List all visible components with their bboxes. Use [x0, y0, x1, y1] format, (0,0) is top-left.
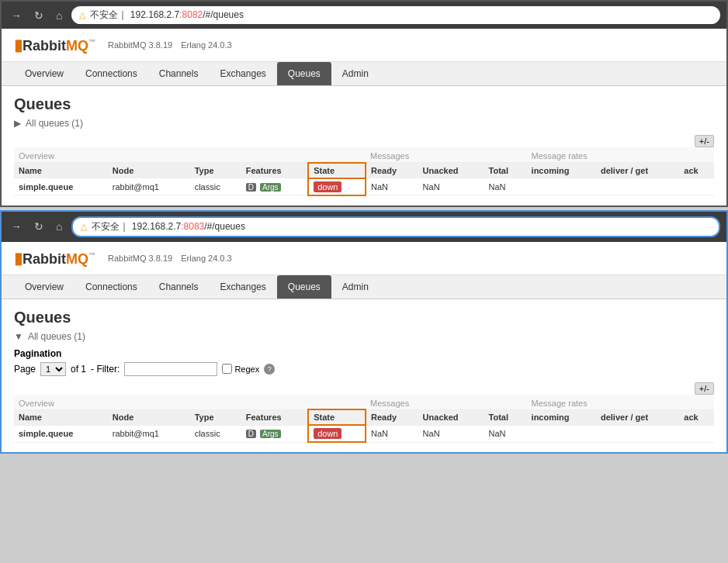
- queue-state-1-1: down: [308, 178, 366, 195]
- home-button-2[interactable]: ⌂: [53, 219, 65, 234]
- nav-overview-2[interactable]: Overview: [14, 275, 75, 299]
- refresh-button-1[interactable]: ↻: [31, 8, 47, 23]
- filter-label: - Filter:: [91, 364, 120, 375]
- regex-checkbox[interactable]: [222, 364, 232, 374]
- nav-queues-1[interactable]: Queues: [277, 62, 331, 85]
- queue-features-1-1: D Args: [241, 178, 308, 195]
- all-queues-link-2[interactable]: All queues (1): [28, 331, 85, 342]
- logo-2: ▮RabbitMQ™: [14, 248, 95, 268]
- section-header-2: ▼ All queues (1): [14, 331, 714, 342]
- msgrates-section-2: Message rates: [527, 395, 714, 410]
- col-node-2: Node: [108, 409, 190, 425]
- back-button-2[interactable]: →: [8, 219, 25, 234]
- nav-bar-1: Overview Connections Channels Exchanges …: [2, 62, 726, 86]
- state-badge-1-1: down: [314, 181, 341, 192]
- regex-text: Regex: [234, 364, 259, 374]
- all-queues-link-1[interactable]: All queues (1): [26, 118, 83, 129]
- section-header-1: ▶ All queues (1): [14, 118, 714, 129]
- badge-args-1-1: Args: [260, 183, 281, 192]
- col-ack-1: ack: [679, 163, 714, 178]
- col-total-2: Total: [484, 409, 527, 425]
- content-1: Queues ▶ All queues (1) +/- Overview Mes…: [2, 86, 726, 206]
- table-row-1-1: simple.queue rabbit@mq1 classic D Args d…: [14, 178, 714, 195]
- browser-chrome-1: → ↻ ⌂ △ 不安全｜ 192.168.2.7:8082/#/queues: [2, 2, 726, 29]
- queue-unacked-1-1: NaN: [418, 178, 484, 195]
- queue-incoming-1-1: [527, 178, 596, 195]
- nav-overview-1[interactable]: Overview: [14, 62, 75, 85]
- section-row-2: Overview Messages Message rates: [14, 395, 714, 410]
- address-text-1: 不安全｜ 192.168.2.7:8082/#/queues: [90, 9, 243, 22]
- queue-ack-2-1: [679, 425, 714, 442]
- overview-section-1: Overview: [14, 147, 308, 163]
- filter-input[interactable]: [124, 362, 217, 376]
- nav-bar-2: Overview Connections Channels Exchanges …: [2, 275, 726, 299]
- address-bar-2[interactable]: △ 不安全｜ 192.168.2.7:8083/#/queues: [71, 216, 720, 237]
- app-header-2: ▮RabbitMQ™ RabbitMQ 3.8.19 Erlang 24.0.3: [2, 242, 726, 275]
- plus-minus-btn-1[interactable]: +/-: [695, 135, 714, 147]
- pagination-controls: Page 1 of 1 - Filter: Regex ?: [14, 362, 714, 376]
- queue-type-1-1: classic: [190, 178, 241, 195]
- browser-chrome-2: → ↻ ⌂ △ 不安全｜ 192.168.2.7:8083/#/queues: [2, 212, 726, 242]
- col-ready-1: Ready: [366, 163, 418, 178]
- erlang-version-1: Erlang 24.0.3: [181, 40, 231, 50]
- logo-tm-1: ™: [88, 38, 95, 46]
- logo-mq-text-2: MQ: [66, 251, 88, 267]
- nav-admin-1[interactable]: Admin: [331, 62, 380, 85]
- page-title-2: Queues: [14, 309, 714, 326]
- header-row-1: Name Node Type Features State Ready Unac…: [14, 163, 714, 178]
- warning-icon-2: △: [81, 222, 87, 232]
- address-bar-1[interactable]: △ 不安全｜ 192.168.2.7:8082/#/queues: [71, 6, 720, 24]
- rabbitmq-version-1: RabbitMQ 3.8.19: [108, 40, 172, 50]
- browser-window-2: → ↻ ⌂ △ 不安全｜ 192.168.2.7:8083/#/queues ▮…: [0, 210, 728, 454]
- col-incoming-2: incoming: [527, 409, 596, 425]
- nav-admin-2[interactable]: Admin: [331, 275, 380, 299]
- back-button-1[interactable]: →: [8, 8, 25, 23]
- queue-state-2-1: down: [308, 425, 366, 442]
- col-type-1: Type: [190, 163, 241, 178]
- col-state-2: State: [308, 409, 366, 425]
- col-ack-2: ack: [679, 409, 714, 425]
- toggle-icon-2[interactable]: ▼: [14, 331, 23, 342]
- nav-exchanges-2[interactable]: Exchanges: [209, 275, 276, 299]
- col-unacked-1: Unacked: [418, 163, 484, 178]
- pagination-label: Pagination: [14, 348, 714, 359]
- page-select[interactable]: 1: [40, 362, 66, 376]
- col-ready-2: Ready: [366, 409, 418, 425]
- col-incoming-1: incoming: [527, 163, 596, 178]
- queue-total-2-1: NaN: [484, 425, 527, 442]
- plus-minus-btn-2[interactable]: +/-: [695, 382, 714, 395]
- queue-deliver-1-1: [596, 178, 679, 195]
- table-wrapper-2: +/- Overview Messages Message rates Name…: [14, 382, 714, 444]
- page-title-1: Queues: [14, 95, 714, 113]
- nav-channels-2[interactable]: Channels: [148, 275, 210, 299]
- logo-icon-2: ▮: [14, 250, 23, 267]
- nav-queues-2[interactable]: Queues: [277, 275, 331, 299]
- col-features-2: Features: [241, 409, 308, 425]
- queue-total-1-1: NaN: [484, 178, 527, 195]
- col-unacked-2: Unacked: [418, 409, 484, 425]
- refresh-button-2[interactable]: ↻: [31, 219, 47, 234]
- section-row-1: Overview Messages Message rates: [14, 147, 714, 163]
- warning-icon-1: △: [79, 10, 85, 20]
- queue-name-2-1[interactable]: simple.queue: [14, 425, 108, 442]
- col-deliver-2: deliver / get: [596, 409, 679, 425]
- home-button-1[interactable]: ⌂: [53, 8, 65, 23]
- queue-unacked-2-1: NaN: [418, 425, 484, 442]
- col-name-1: Name: [14, 163, 108, 178]
- msgrates-section-1: Message rates: [527, 147, 714, 163]
- help-badge[interactable]: ?: [264, 364, 275, 375]
- nav-connections-1[interactable]: Connections: [75, 62, 148, 85]
- messages-section-1: Messages: [366, 147, 527, 163]
- table-wrapper-1: +/- Overview Messages Message rates Name…: [14, 135, 714, 196]
- pagination-section: Pagination Page 1 of 1 - Filter: Regex ?: [14, 348, 714, 376]
- nav-connections-2[interactable]: Connections: [75, 275, 148, 299]
- queue-name-1-1[interactable]: simple.queue: [14, 178, 108, 195]
- nav-exchanges-1[interactable]: Exchanges: [209, 62, 276, 85]
- nav-channels-1[interactable]: Channels: [148, 62, 210, 85]
- logo-mq-text-1: MQ: [66, 38, 88, 54]
- version-info-2: RabbitMQ 3.8.19 Erlang 24.0.3: [108, 254, 238, 263]
- queue-ready-2-1: NaN: [366, 425, 418, 442]
- col-type-2: Type: [190, 409, 241, 425]
- rabbitmq-app-1: ▮RabbitMQ™ RabbitMQ 3.8.19 Erlang 24.0.3…: [2, 29, 726, 206]
- toggle-icon-1[interactable]: ▶: [14, 118, 21, 129]
